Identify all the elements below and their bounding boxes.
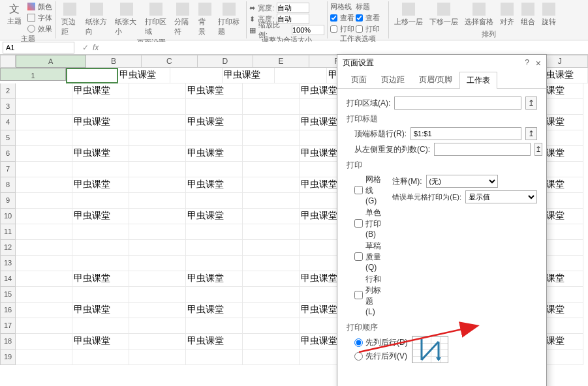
cell[interactable]: [243, 162, 300, 177]
cell[interactable]: 甲虫课堂: [118, 68, 170, 83]
breaks-button[interactable]: 分隔符: [172, 1, 194, 38]
row-header-11[interactable]: 11: [0, 224, 16, 240]
select-all-corner[interactable]: [0, 55, 16, 68]
row-header-14[interactable]: 14: [0, 271, 16, 287]
bring-forward-button[interactable]: 上移一层: [392, 1, 426, 28]
cell[interactable]: [129, 240, 186, 256]
name-box[interactable]: [3, 42, 74, 53]
row-header-7[interactable]: 7: [0, 162, 16, 177]
row-header-10[interactable]: 10: [0, 209, 16, 224]
cell[interactable]: [186, 162, 243, 177]
row-header-1[interactable]: 1: [0, 68, 66, 81]
cell[interactable]: [16, 162, 72, 177]
scale-pct-input[interactable]: [292, 25, 324, 35]
col-header-E[interactable]: E: [253, 55, 309, 68]
cell[interactable]: [243, 349, 300, 365]
cell[interactable]: [16, 115, 72, 130]
cell[interactable]: [243, 334, 300, 349]
row-header-6[interactable]: 6: [0, 146, 16, 162]
row-header-15[interactable]: 15: [0, 287, 16, 303]
order-down-radio[interactable]: [354, 338, 363, 347]
cell[interactable]: [243, 271, 300, 287]
cell[interactable]: [243, 130, 300, 146]
cell[interactable]: [186, 99, 243, 115]
print-area-input[interactable]: [394, 96, 521, 110]
cell[interactable]: [72, 193, 129, 209]
cell[interactable]: [186, 240, 243, 256]
tab-1[interactable]: 页边距: [374, 71, 412, 88]
col-header-D[interactable]: D: [198, 55, 253, 68]
cell[interactable]: [66, 68, 118, 83]
orientation-button[interactable]: 纸张方向: [83, 1, 111, 38]
row-header-2[interactable]: 2: [0, 83, 16, 99]
cell[interactable]: [72, 318, 129, 334]
theme-fonts-btn[interactable]: 字体: [27, 12, 52, 23]
row-header-13[interactable]: 13: [0, 256, 16, 271]
cell[interactable]: [186, 224, 243, 240]
cell[interactable]: [16, 177, 72, 193]
cell[interactable]: [72, 287, 129, 303]
cell[interactable]: [129, 177, 186, 193]
cell[interactable]: [16, 224, 72, 240]
row-header-16[interactable]: 16: [0, 303, 16, 318]
cell[interactable]: [243, 318, 300, 334]
rowcol-checkbox[interactable]: [354, 291, 363, 299]
theme-colors-btn[interactable]: 颜色: [27, 1, 52, 12]
top-rows-input[interactable]: [410, 127, 521, 140]
cell[interactable]: [129, 146, 186, 162]
cell[interactable]: 甲虫课堂: [72, 303, 129, 318]
cell[interactable]: 甲虫课堂: [186, 146, 243, 162]
row-header-17[interactable]: 17: [0, 318, 16, 334]
cell[interactable]: 甲虫课堂: [72, 115, 129, 130]
cell[interactable]: [275, 68, 327, 83]
cell[interactable]: [243, 115, 300, 130]
align-button[interactable]: 对齐: [497, 1, 517, 28]
cell[interactable]: [72, 99, 129, 115]
cell[interactable]: 甲虫课堂: [72, 177, 129, 193]
cell[interactable]: [16, 240, 72, 256]
cell[interactable]: [243, 303, 300, 318]
cell[interactable]: [129, 349, 186, 365]
cell[interactable]: [129, 99, 186, 115]
print-area-button[interactable]: 打印区域: [142, 1, 170, 38]
row-header-3[interactable]: 3: [0, 99, 16, 115]
cell[interactable]: [170, 68, 223, 83]
gridlines-view-chk[interactable]: [330, 14, 337, 22]
selection-pane-button[interactable]: 选择窗格: [462, 1, 496, 28]
cell[interactable]: 甲虫课堂: [72, 83, 129, 99]
cell[interactable]: 甲虫课堂: [186, 334, 243, 349]
cell[interactable]: [16, 99, 72, 115]
cell[interactable]: [243, 209, 300, 224]
col-header-C[interactable]: C: [142, 55, 197, 68]
themes-button[interactable]: 文 主题: [3, 1, 26, 27]
cell[interactable]: [129, 162, 186, 177]
rotate-button[interactable]: 旋转: [539, 1, 559, 28]
row-header-8[interactable]: 8: [0, 177, 16, 193]
scale-width-input[interactable]: [277, 3, 309, 13]
cell[interactable]: [243, 256, 300, 271]
cell[interactable]: [129, 209, 186, 224]
bw-checkbox[interactable]: [354, 219, 363, 228]
print-area-ref-button[interactable]: ↥: [525, 96, 537, 110]
headings-view-chk[interactable]: [356, 14, 363, 22]
cell[interactable]: [16, 349, 72, 365]
cell[interactable]: [16, 209, 72, 224]
cell[interactable]: [243, 146, 300, 162]
cell[interactable]: [129, 256, 186, 271]
cell[interactable]: [186, 287, 243, 303]
cell[interactable]: 甲虫课堂: [223, 68, 275, 83]
send-backward-button[interactable]: 下移一层: [427, 1, 461, 28]
cell[interactable]: 甲虫课堂: [186, 83, 243, 99]
order-over-radio[interactable]: [354, 352, 363, 361]
cell[interactable]: [243, 224, 300, 240]
tab-0[interactable]: 页面: [344, 71, 374, 88]
formula-input[interactable]: [102, 42, 585, 53]
cell[interactable]: 甲虫课堂: [186, 209, 243, 224]
cell[interactable]: [72, 256, 129, 271]
row-header-12[interactable]: 12: [0, 240, 16, 256]
gridlines-checkbox[interactable]: [354, 186, 363, 194]
dialog-close-button[interactable]: ×: [536, 58, 541, 68]
cell[interactable]: 甲虫课堂: [186, 115, 243, 130]
comments-select[interactable]: (无): [426, 175, 498, 188]
cell[interactable]: [16, 193, 72, 209]
